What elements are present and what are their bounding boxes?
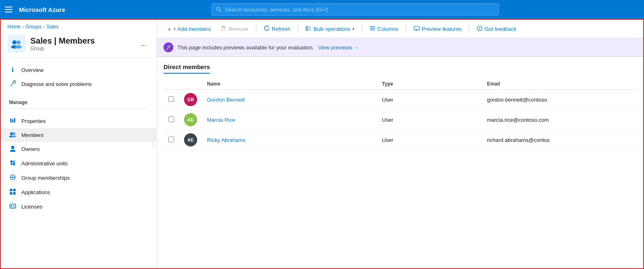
svg-rect-41: [370, 30, 375, 30]
member-name-link[interactable]: Gordon Bennett: [207, 97, 245, 103]
admin-units-icon: [9, 160, 16, 167]
sidebar-item-label-group-memberships: Group memberships: [21, 175, 70, 181]
sidebar: Home › Groups › Sales Sales | Members Gr…: [1, 20, 157, 268]
table-row: AE Marcia Rice User marcia.rice@contoso.…: [163, 110, 637, 130]
member-name-cell: Marcia Rice: [202, 110, 377, 130]
member-name-link[interactable]: Ricky Abrahams: [207, 137, 246, 143]
avatar-cell: AE: [179, 130, 202, 150]
svg-point-12: [13, 132, 16, 135]
preview-features-button[interactable]: Preview features: [409, 24, 466, 34]
sidebar-item-owners[interactable]: Owners: [1, 142, 156, 156]
toolbar: + + Add members Remove: [157, 20, 643, 38]
sidebar-item-applications[interactable]: Applications: [1, 185, 156, 199]
group-memberships-icon: [9, 174, 16, 182]
svg-rect-39: [370, 26, 375, 27]
sidebar-item-admin-units[interactable]: Administrative units: [1, 156, 156, 171]
sidebar-item-members[interactable]: Members: [1, 128, 156, 142]
hamburger-menu[interactable]: [5, 7, 12, 12]
svg-line-1: [220, 10, 221, 12]
row-checkbox-cell: [163, 110, 179, 130]
row-checkbox-2[interactable]: [168, 137, 174, 142]
add-members-label: + Add members: [173, 26, 211, 32]
svg-rect-34: [222, 26, 225, 27]
group-icon: [7, 35, 25, 53]
nav-section-top: ℹ Overview Diagnose and solve problems: [1, 60, 156, 95]
svg-point-2: [12, 40, 16, 44]
svg-rect-40: [370, 28, 375, 29]
nav-divider-manage: [9, 109, 148, 109]
sidebar-item-label-properties: Properties: [21, 118, 46, 124]
svg-point-30: [11, 205, 12, 207]
remove-button[interactable]: Remove: [216, 23, 252, 35]
app-logo: Microsoft Azure: [19, 6, 65, 13]
search-input[interactable]: [225, 7, 494, 13]
member-email-cell: marcia.rice@contoso.com: [482, 110, 637, 130]
page-subtitle: Group: [30, 46, 132, 51]
svg-point-0: [217, 7, 220, 11]
toolbar-sep-2: [298, 25, 298, 33]
topbar: Microsoft Azure: [0, 0, 644, 19]
add-members-button[interactable]: + + Add members: [163, 23, 215, 35]
svg-point-18: [13, 160, 15, 163]
avatar: AE: [184, 133, 197, 146]
svg-rect-8: [10, 118, 12, 123]
sidebar-item-label-overview: Overview: [21, 67, 44, 73]
sidebar-item-group-memberships[interactable]: Group memberships: [1, 171, 156, 185]
breadcrumb-sep-2: ›: [43, 24, 45, 29]
member-name-cell: Gordon Bennett: [202, 90, 377, 110]
svg-point-5: [15, 45, 22, 49]
got-feedback-label: Got feedback: [485, 26, 516, 32]
breadcrumb-home[interactable]: Home: [7, 24, 21, 30]
preview-banner: 🚀 This page includes previews available …: [157, 38, 643, 57]
toolbar-sep-4: [406, 25, 406, 33]
select-all-header: [163, 79, 179, 90]
toolbar-sep-5: [469, 25, 469, 33]
ellipsis-button[interactable]: ...: [137, 38, 150, 50]
owners-icon: [9, 145, 16, 153]
name-header: Name: [202, 79, 377, 90]
preview-banner-icon: 🚀: [163, 42, 173, 52]
svg-line-6: [10, 83, 14, 86]
breadcrumb-current[interactable]: Sales: [46, 24, 59, 30]
nav-section-manage: Properties Members: [1, 111, 156, 217]
sidebar-item-licenses[interactable]: Licenses: [1, 199, 156, 214]
columns-button[interactable]: Columns: [366, 23, 402, 35]
row-checkbox-0[interactable]: [168, 96, 174, 102]
content-area: + + Add members Remove: [157, 20, 643, 268]
section-title-direct-members: Direct members: [163, 63, 210, 74]
svg-point-19: [10, 163, 13, 165]
bulk-operations-button[interactable]: Bulk operations ▾: [301, 23, 359, 35]
sidebar-item-label-applications: Applications: [21, 189, 50, 195]
preview-banner-text: This page includes previews available fo…: [177, 44, 314, 51]
refresh-button[interactable]: Refresh: [260, 23, 295, 35]
avatar-cell: GB: [179, 90, 202, 110]
row-checkbox-cell: [163, 130, 179, 150]
member-name-cell: Ricky Abrahams: [202, 130, 377, 150]
svg-point-3: [16, 40, 21, 44]
columns-label: Columns: [377, 26, 398, 32]
got-feedback-button[interactable]: Got feedback: [473, 23, 520, 35]
refresh-label: Refresh: [272, 26, 291, 32]
member-name-link[interactable]: Marcia Rice: [207, 117, 235, 123]
member-type-cell: User: [377, 130, 482, 150]
bulk-icon: [306, 26, 311, 32]
breadcrumb-groups[interactable]: Groups: [25, 24, 41, 30]
svg-rect-9: [12, 119, 14, 123]
svg-rect-25: [10, 189, 12, 191]
bulk-chevron-icon: ▾: [352, 27, 354, 31]
table-header-row: Name Type Email: [163, 79, 637, 90]
sidebar-item-diagnose[interactable]: Diagnose and solve problems: [1, 77, 156, 91]
preview-features-label: Preview features: [422, 26, 462, 32]
sidebar-item-label-admin-units: Administrative units: [21, 160, 68, 167]
svg-point-16: [10, 150, 16, 152]
nav-divider-top: [9, 58, 148, 58]
member-type-cell: User: [377, 90, 482, 110]
bulk-operations-label: Bulk operations: [313, 26, 350, 32]
member-email-cell: gordon.bennett@contoso.: [482, 90, 637, 110]
row-checkbox-1[interactable]: [168, 116, 174, 122]
sidebar-item-properties[interactable]: Properties: [1, 114, 156, 128]
member-email-cell: richard.abrahams@contos: [482, 130, 637, 150]
sidebar-item-overview[interactable]: ℹ Overview: [1, 63, 156, 77]
view-previews-link[interactable]: View previews →: [318, 44, 359, 51]
svg-rect-26: [13, 189, 16, 191]
